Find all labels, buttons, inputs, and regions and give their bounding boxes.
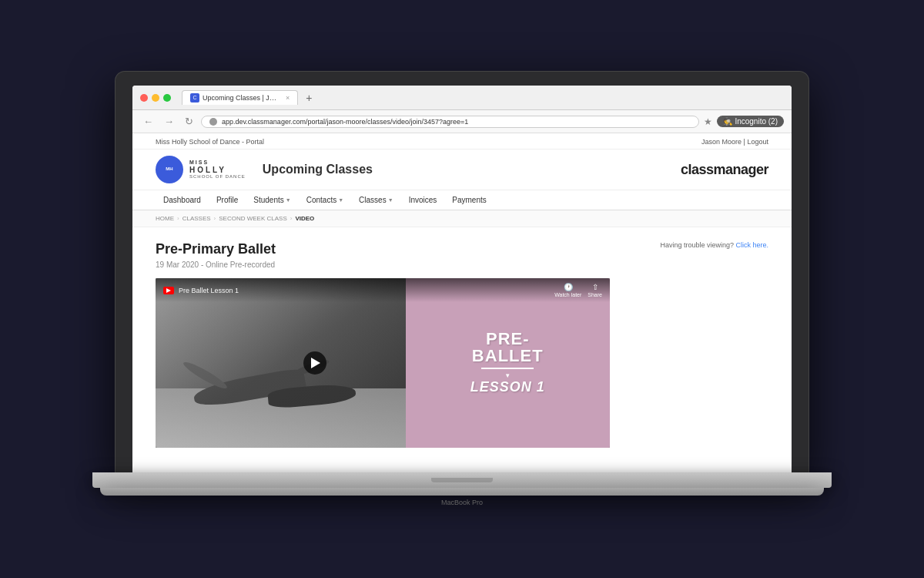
nav-profile[interactable]: Profile [209, 190, 246, 210]
refresh-button[interactable]: ↻ [182, 114, 196, 129]
site-navigation: Dashboard Profile Students ▼ Contacts ▼ [132, 190, 792, 210]
laptop-notch [431, 478, 493, 482]
breadcrumb-sep-2: › [214, 215, 216, 222]
incognito-label: Incognito (2) [735, 117, 778, 126]
user-info: Jason Moore | Logout [701, 138, 768, 146]
lesson-text: LESSON 1 [470, 379, 545, 395]
laptop-foot [100, 488, 824, 496]
breadcrumb-home[interactable]: HOME [156, 215, 174, 222]
classmanager-logo: classmanager [681, 162, 768, 178]
class-title: Pre-Primary Ballet [156, 241, 276, 257]
tab-favicon: C [190, 93, 199, 102]
contacts-chevron-icon: ▼ [338, 197, 343, 203]
logo-miss: MISS [189, 160, 246, 166]
breadcrumb: HOME › CLASSES › SECOND WEEK CLASS › VID… [132, 210, 792, 227]
browser-tab-bar: C Upcoming Classes | Jason Mo... × + [132, 86, 792, 110]
classes-chevron-icon: ▼ [388, 197, 393, 203]
video-overlay-right: PRE- BALLET ▼ LESSON 1 [406, 278, 611, 448]
site-header: MH MISS HOLLY SCHOOL OF DANCE Upcoming C… [132, 150, 792, 190]
logo-area: MH MISS HOLLY SCHOOL OF DANCE Upcoming C… [156, 156, 373, 183]
bw-overlay [156, 278, 406, 448]
main-content: Pre-Primary Ballet 19 Mar 2020 - Online … [132, 227, 792, 462]
breadcrumb-classes[interactable]: CLASSES [182, 215, 211, 222]
laptop-screen: C Upcoming Classes | Jason Mo... × + ← →… [132, 86, 792, 472]
laptop-base [92, 472, 832, 488]
browser-tab[interactable]: C Upcoming Classes | Jason Mo... × [182, 90, 298, 105]
video-body: PRE- BALLET ▼ LESSON 1 [156, 278, 610, 448]
page-title: Upcoming Classes [263, 163, 373, 176]
video-actions: 🕐 Watch later ⇧ Share [554, 283, 602, 297]
divider-arrow-icon: ▼ [470, 372, 545, 379]
logo-school: SCHOOL OF DANCE [189, 174, 246, 180]
share-icon: ⇧ [592, 283, 598, 291]
bookmark-icon[interactable]: ★ [704, 116, 712, 127]
school-name: Miss Holly School of Dance - Portal [156, 138, 264, 146]
nav-dashboard[interactable]: Dashboard [156, 190, 209, 210]
lock-icon [209, 118, 217, 126]
breadcrumb-sep-3: › [290, 215, 293, 222]
incognito-icon: 🕵 [723, 117, 732, 126]
nav-payments[interactable]: Payments [444, 190, 494, 210]
pre-text: PRE- [470, 331, 545, 348]
students-chevron-icon: ▼ [286, 197, 291, 203]
play-button[interactable] [303, 351, 326, 375]
video-top-bar: Pre Ballet Lesson 1 🕐 Watch later ⇧ Shar… [156, 278, 610, 302]
maximize-window-button[interactable] [163, 94, 171, 102]
browser-nav-bar: ← → ↻ app.dev.classmanager.com/portal/ja… [132, 110, 792, 133]
ballet-text: BALLET [470, 348, 545, 365]
nav-contacts[interactable]: Contacts ▼ [299, 190, 351, 210]
clock-icon: 🕐 [564, 283, 573, 291]
laptop-container: C Upcoming Classes | Jason Mo... × + ← →… [116, 72, 808, 506]
new-tab-button[interactable]: + [306, 92, 312, 104]
click-here-link[interactable]: Click here. [735, 241, 768, 249]
logo-text: MISS HOLLY SCHOOL OF DANCE [189, 160, 246, 179]
tab-title: Upcoming Classes | Jason Mo... [203, 94, 280, 102]
watch-later-label: Watch later [554, 292, 581, 297]
close-window-button[interactable] [140, 94, 148, 102]
url-text: app.dev.classmanager.com/portal/jason-mo… [222, 118, 468, 126]
video-player[interactable]: Pre Ballet Lesson 1 🕐 Watch later ⇧ Shar… [156, 278, 610, 448]
breadcrumb-sep-1: › [177, 215, 179, 222]
forward-button[interactable]: → [161, 114, 177, 129]
back-button[interactable]: ← [140, 114, 156, 129]
incognito-button[interactable]: 🕵 Incognito (2) [717, 116, 784, 127]
breadcrumb-current: VIDEO [295, 215, 314, 222]
traffic-lights [140, 94, 171, 102]
address-bar[interactable]: app.dev.classmanager.com/portal/jason-mo… [201, 116, 699, 128]
play-triangle-icon [311, 358, 320, 368]
share-button[interactable]: ⇧ Share [588, 283, 602, 297]
logo-holly: HOLLY [189, 166, 246, 174]
laptop-screen-bezel: C Upcoming Classes | Jason Mo... × + ← →… [116, 72, 808, 472]
logo-circle-text: MH [166, 166, 172, 172]
macbook-label: MacBook Pro [441, 499, 483, 506]
nav-classes[interactable]: Classes ▼ [351, 190, 401, 210]
youtube-icon [163, 287, 174, 294]
watch-later-button[interactable]: 🕐 Watch later [554, 283, 581, 297]
divider-line [481, 368, 534, 369]
share-label: Share [588, 292, 602, 297]
video-title: Pre Ballet Lesson 1 [179, 287, 239, 294]
nav-students[interactable]: Students ▼ [246, 190, 298, 210]
logo-icon: MH [156, 156, 183, 183]
pre-ballet-overlay: PRE- BALLET ▼ LESSON 1 [470, 331, 545, 395]
video-photo-area [156, 278, 406, 448]
website-content: Miss Holly School of Dance - Portal Jaso… [132, 133, 792, 472]
class-date: 19 Mar 2020 - Online Pre-recorded [156, 260, 276, 269]
breadcrumb-second-week-class[interactable]: SECOND WEEK CLASS [219, 215, 286, 222]
minimize-window-button[interactable] [152, 94, 159, 102]
tab-close-icon[interactable]: × [286, 94, 290, 102]
site-top-bar: Miss Holly School of Dance - Portal Jaso… [132, 133, 792, 150]
nav-invoices[interactable]: Invoices [401, 190, 445, 210]
trouble-viewing-text: Having trouble viewing? Click here. [660, 241, 768, 249]
